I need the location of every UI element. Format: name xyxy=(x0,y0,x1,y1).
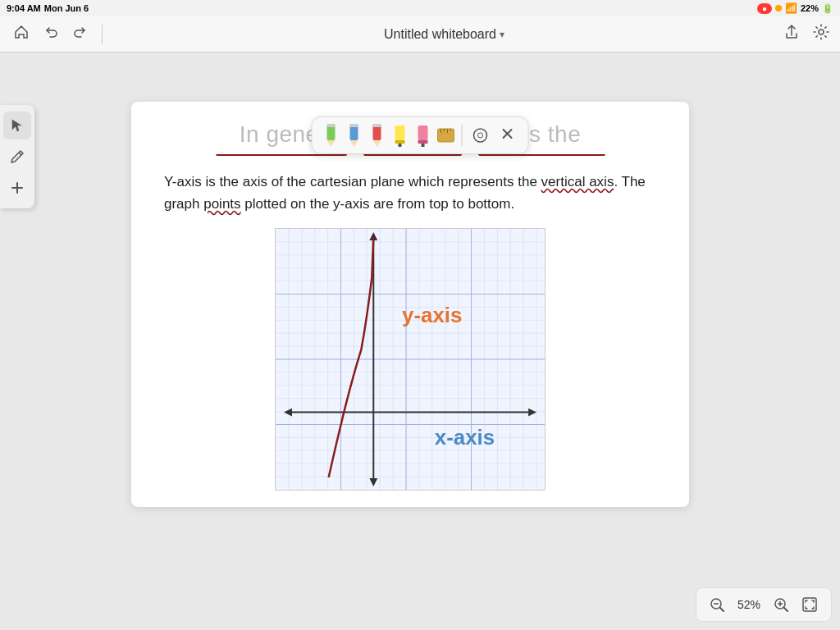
svg-line-83 xyxy=(784,608,788,611)
zoom-in-button[interactable] xyxy=(770,594,792,615)
graph-container: y-axis x-axis xyxy=(156,228,664,491)
add-icon xyxy=(10,180,25,195)
toolbar-close-button[interactable] xyxy=(497,125,518,146)
body-text-underlined: vertical axis xyxy=(541,174,614,189)
pencil-toolbar xyxy=(312,116,529,154)
body-text-part1: Y-axis is the axis of the cartesian plan… xyxy=(164,174,541,189)
highlighter-yellow[interactable] xyxy=(391,124,409,147)
settings-button[interactable] xyxy=(812,23,830,45)
svg-rect-6 xyxy=(350,124,358,127)
time-display: 9:04 AM xyxy=(7,3,41,13)
home-icon xyxy=(13,24,30,40)
status-right: ● 📶 22% 🔋 xyxy=(757,2,833,14)
add-tool-button[interactable] xyxy=(3,174,31,202)
graph-svg: y-axis x-axis xyxy=(276,229,545,490)
pencil-green[interactable] xyxy=(322,124,340,147)
body-text-part3: plotted on the y-axis are from top to bo… xyxy=(241,196,515,212)
svg-rect-16 xyxy=(438,129,454,142)
toolbar-divider xyxy=(462,125,463,146)
svg-rect-13 xyxy=(418,126,428,140)
record-indicator: ● xyxy=(757,3,772,14)
svg-marker-2 xyxy=(327,140,336,147)
title-text: Untitled whiteboard xyxy=(384,27,496,42)
zoom-out-button[interactable] xyxy=(706,594,728,615)
svg-rect-11 xyxy=(395,140,405,144)
orange-indicator xyxy=(775,5,782,11)
zoom-in-icon xyxy=(774,597,788,612)
home-button[interactable] xyxy=(10,21,33,48)
svg-rect-15 xyxy=(422,144,425,147)
highlighter-pink[interactable] xyxy=(414,124,432,147)
svg-point-21 xyxy=(474,129,487,142)
body-text-underlined-2: points xyxy=(203,196,240,212)
svg-point-0 xyxy=(819,30,824,34)
redo-button[interactable] xyxy=(69,21,92,48)
pencil-blue[interactable] xyxy=(345,124,363,147)
svg-rect-84 xyxy=(803,598,816,611)
status-left: 9:04 AM Mon Jun 6 xyxy=(7,3,89,13)
undo-button[interactable] xyxy=(39,21,62,48)
day-display: Mon Jun 6 xyxy=(44,3,89,13)
nav-separator xyxy=(102,25,103,44)
svg-text:x-axis: x-axis xyxy=(435,427,495,450)
body-text-area: Y-axis is the axis of the cartesian plan… xyxy=(156,171,664,215)
wifi-icon: 📶 xyxy=(785,2,797,14)
bottom-toolbar: 52% xyxy=(696,587,832,622)
redo-icon xyxy=(72,24,89,40)
pen-icon xyxy=(10,149,25,164)
content-card: In general, y-axis represents the Y-axis… xyxy=(131,102,689,507)
nav-bar: Untitled whiteboard ▾ xyxy=(0,16,840,52)
svg-rect-14 xyxy=(418,140,428,144)
select-icon xyxy=(10,118,25,133)
canvas-area[interactable]: In general, y-axis represents the Y-axis… xyxy=(0,52,840,630)
svg-rect-9 xyxy=(373,124,381,127)
left-toolbar xyxy=(0,105,34,208)
svg-rect-3 xyxy=(327,124,336,127)
toolbar-circle-button[interactable] xyxy=(469,124,492,147)
gear-icon xyxy=(812,23,830,41)
circle-icon xyxy=(472,126,490,144)
svg-marker-8 xyxy=(373,140,381,147)
nav-right xyxy=(783,23,830,45)
share-icon xyxy=(783,23,801,41)
zoom-level-display: 52% xyxy=(734,598,764,611)
select-tool-button[interactable] xyxy=(3,112,31,139)
svg-line-79 xyxy=(720,608,724,611)
ruler[interactable] xyxy=(437,124,455,147)
fit-screen-button[interactable] xyxy=(798,593,821,616)
share-button[interactable] xyxy=(783,23,801,45)
body-text: Y-axis is the axis of the cartesian plan… xyxy=(164,171,656,215)
undo-icon xyxy=(43,24,59,40)
pencil-red[interactable] xyxy=(368,124,386,147)
battery-icon: 🔋 xyxy=(822,3,833,14)
nav-left xyxy=(10,21,106,48)
title-dropdown-icon: ▾ xyxy=(500,29,504,40)
svg-rect-10 xyxy=(395,126,405,140)
svg-point-22 xyxy=(478,133,483,138)
close-icon xyxy=(500,126,516,142)
svg-marker-5 xyxy=(350,140,358,147)
whiteboard-title[interactable]: Untitled whiteboard ▾ xyxy=(384,27,504,42)
status-bar: 9:04 AM Mon Jun 6 ● 📶 22% 🔋 xyxy=(0,0,840,16)
graph-box: y-axis x-axis xyxy=(275,228,546,491)
battery-percent: 22% xyxy=(801,3,819,13)
svg-rect-12 xyxy=(399,144,402,147)
svg-text:y-axis: y-axis xyxy=(402,304,462,327)
record-dot-inner: ● xyxy=(762,4,767,13)
pen-tool-button[interactable] xyxy=(3,143,31,171)
fit-screen-icon xyxy=(801,596,818,613)
zoom-out-icon xyxy=(710,597,724,612)
nav-center: Untitled whiteboard ▾ xyxy=(384,27,504,42)
